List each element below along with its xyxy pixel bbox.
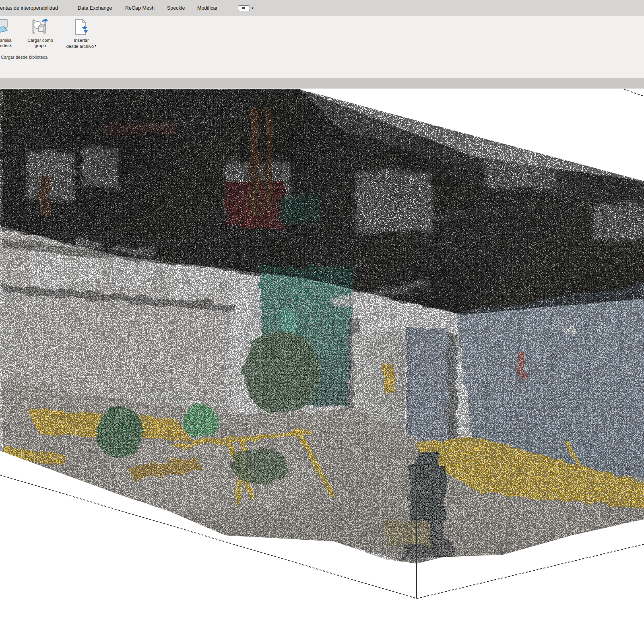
dropdown-caret-icon[interactable]: ▾ [95, 44, 96, 47]
tab-recap-mesh[interactable]: ReCap Mesh [125, 0, 155, 16]
button-label: Insertar desde archivo▾ [61, 38, 101, 49]
tab-modificar[interactable]: Modificar [197, 0, 218, 16]
tab-herramientas-interoperabilidad[interactable]: entas de interoperabilidad [0, 0, 58, 16]
point-cloud-canvas[interactable] [0, 89, 644, 644]
ribbon-panel-cargar-desde-biblioteca: amilia odesk Cargar como grupo [0, 16, 644, 63]
insertar-desde-archivo-button[interactable]: Insertar desde archivo▾ [61, 17, 101, 62]
button-label: amilia odesk [0, 38, 21, 48]
load-as-group-icon [31, 19, 49, 37]
panel-title-cargar-desde-biblioteca[interactable]: Cargar desde biblioteca [1, 55, 47, 60]
chevron-down-icon[interactable]: ▾ [252, 6, 254, 10]
tab-data-exchange[interactable]: Data Exchange [78, 0, 112, 16]
ribbon-display-toggle[interactable]: ▾ [238, 5, 256, 11]
view-top-gray-band [0, 78, 644, 89]
ribbon-tab-bar: entas de interoperabilidad Data Exchange… [0, 0, 644, 17]
section-box-edge-top-right[interactable] [624, 89, 644, 96]
insert-from-file-icon [72, 19, 90, 38]
family-autodesk-icon [0, 19, 10, 37]
viewport-3d[interactable] [0, 89, 644, 644]
ribbon-cycle-icon [238, 5, 250, 11]
button-label: Cargar como grupo [21, 38, 60, 48]
tab-speckle[interactable]: Speckle [167, 0, 185, 16]
ribbon-empty-strip [0, 63, 644, 78]
